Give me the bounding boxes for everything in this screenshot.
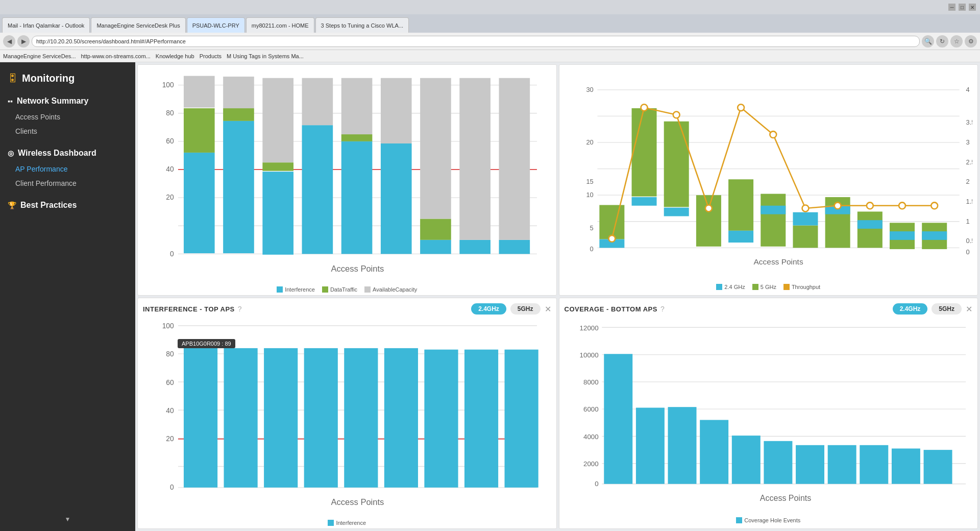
sidebar-item-clients[interactable]: Clients	[0, 124, 135, 138]
svg-text:0: 0	[170, 250, 174, 258]
coverage-svg-container: Number of Coverage Hole Even 12	[565, 318, 973, 514]
wireless-dashboard-label: Wireless Dashboard	[18, 149, 96, 158]
forward-button[interactable]: ▶	[17, 35, 30, 47]
5ghz-label: 5 GHz	[761, 284, 776, 290]
best-practices-link[interactable]: 🏆 Best Practices	[0, 197, 135, 214]
bookmark-2[interactable]: http-www.on-streams.com...	[81, 53, 150, 59]
svg-text:0.5: 0.5	[966, 237, 972, 245]
tab-mail[interactable]: Mail - Irfan Qalamkar - Outlook	[2, 17, 90, 33]
wireless-dashboard-link[interactable]: ◎ Wireless Dashboard	[0, 144, 135, 162]
interference-tooltip: APB10G0R009 : 89	[178, 339, 235, 348]
svg-point-79	[641, 104, 647, 111]
tab-psuad[interactable]: PSUAD-WLC-PRY	[187, 17, 245, 33]
best-practices-label: Best Practices	[20, 201, 77, 210]
network-summary-link[interactable]: ▪▪ Network Summary	[0, 92, 135, 110]
clients-panel: Number of Clients 4 3.5 3 2.5 2 1.5 1 0.…	[559, 64, 978, 296]
clients-chart-area: Number of Clients 4 3.5 3 2.5 2 1.5 1 0.…	[565, 70, 973, 290]
grid-icon: ▪▪	[8, 97, 13, 105]
scroll-down-button[interactable]: ▼	[0, 513, 135, 526]
bookmarks-bar: ManageEngine ServiceDes... http-www.on-s…	[0, 50, 980, 62]
svg-rect-72	[857, 211, 882, 248]
best-practices-section: 🏆 Best Practices	[0, 194, 135, 217]
utilization-svg-container: % Utilization 100 80	[143, 70, 551, 283]
refresh-button[interactable]: ↻	[936, 35, 948, 47]
svg-point-80	[673, 111, 679, 118]
back-button[interactable]: ◀	[3, 35, 15, 47]
coverage-24ghz-button[interactable]: 2.4GHz	[893, 303, 928, 315]
settings-button[interactable]: ⚙	[965, 35, 977, 47]
legend-interference: Interference	[277, 286, 315, 293]
bookmark-5[interactable]: M Using Tags in Systems Ma...	[227, 53, 304, 59]
svg-text:20: 20	[586, 138, 593, 146]
interference-panel: INTERFERENCE - TOP APS ? 2.4GHz 5GHz ✕ A…	[137, 298, 557, 529]
tab-my80211[interactable]: my80211.com - HOME	[246, 17, 314, 33]
svg-rect-33	[499, 78, 530, 240]
svg-rect-65	[728, 231, 753, 243]
interference-help-icon[interactable]: ?	[238, 305, 242, 313]
svg-point-82	[738, 104, 744, 111]
coverage-close-icon[interactable]: ✕	[966, 304, 972, 314]
tab-cisco[interactable]: 3 Steps to Tuning a Cisco WLA...	[315, 17, 409, 33]
maximize-button[interactable]: □	[959, 4, 966, 11]
address-input[interactable]: http://10.20.20.50/screens/dashboard.htm…	[32, 36, 920, 47]
svg-text:1.5: 1.5	[966, 198, 972, 205]
svg-rect-108	[304, 348, 338, 488]
svg-rect-135	[764, 441, 792, 484]
svg-rect-17	[262, 172, 293, 255]
bookmark-4[interactable]: Products	[200, 53, 222, 59]
interference-actions: 2.4GHz 5GHz ✕	[471, 303, 551, 315]
interference-label: Interference	[285, 286, 315, 293]
coverage-header: COVERAGE - BOTTOM APS ? 2.4GHz 5GHz ✕	[565, 303, 973, 315]
bookmark-1[interactable]: ManageEngine ServiceDes...	[3, 53, 76, 59]
svg-rect-57	[599, 205, 624, 239]
svg-text:10000: 10000	[579, 351, 598, 359]
svg-rect-107	[264, 348, 298, 488]
svg-text:0: 0	[590, 245, 593, 253]
sidebar-item-client-performance[interactable]: Client Performance	[0, 176, 135, 190]
svg-rect-67	[761, 206, 786, 214]
interference-5ghz-button[interactable]: 5GHz	[510, 303, 541, 315]
browser-frame: ─ □ ✕ Mail - Irfan Qalamkar - Outlook Ma…	[0, 0, 980, 531]
network-summary-section: ▪▪ Network Summary Access Points Clients	[0, 89, 135, 141]
svg-rect-31	[459, 78, 491, 240]
search-button[interactable]: 🔍	[922, 35, 934, 47]
interference-header: INTERFERENCE - TOP APS ? 2.4GHz 5GHz ✕	[143, 303, 551, 315]
svg-rect-16	[223, 77, 254, 108]
svg-text:40: 40	[166, 407, 174, 415]
svg-rect-139	[891, 448, 920, 484]
svg-rect-73	[857, 220, 882, 229]
star-button[interactable]: ☆	[950, 35, 963, 47]
close-button[interactable]: ✕	[969, 4, 976, 11]
bookmark-3[interactable]: Knowledge hub	[156, 53, 194, 59]
trophy-icon: 🏆	[8, 201, 16, 209]
coverage-help-icon[interactable]: ?	[660, 305, 665, 313]
svg-rect-112	[464, 350, 498, 488]
svg-text:60: 60	[166, 137, 174, 145]
sidebar-item-ap-performance[interactable]: AP Performance	[0, 162, 135, 176]
sidebar-item-access-points[interactable]: Access Points	[0, 110, 135, 124]
svg-rect-28	[420, 219, 451, 239]
svg-rect-140	[923, 450, 952, 484]
interference-24ghz-button[interactable]: 2.4GHz	[471, 303, 506, 315]
svg-text:Access Points: Access Points	[760, 494, 811, 502]
interference-close-icon[interactable]: ✕	[545, 304, 551, 314]
svg-point-81	[705, 205, 712, 212]
coverage-panel: COVERAGE - BOTTOM APS ? 2.4GHz 5GHz ✕ N	[559, 298, 978, 529]
svg-rect-133	[700, 420, 728, 484]
interference-svg-container: APB10G0R009 : 89 % Interference Impact	[143, 318, 551, 517]
svg-text:10: 10	[586, 191, 593, 199]
svg-rect-60	[631, 197, 656, 206]
top-chart-row: % Utilization 100 80	[137, 64, 978, 296]
coverage-5ghz-button[interactable]: 5GHz	[932, 303, 962, 315]
title-bar: ─ □ ✕	[0, 0, 980, 14]
interference-legend: Interference	[143, 520, 551, 526]
svg-text:30: 30	[586, 86, 593, 93]
interference-color	[277, 286, 283, 293]
svg-rect-109	[344, 348, 378, 488]
svg-rect-105	[184, 344, 217, 488]
legend-5ghz: 5 GHz	[752, 284, 776, 290]
24ghz-color	[716, 284, 722, 290]
clients-svg: Number of Clients 4 3.5 3 2.5 2 1.5 1 0.…	[565, 70, 973, 281]
minimize-button[interactable]: ─	[948, 4, 955, 11]
tab-servicedesk[interactable]: ManageEngine ServiceDesk Plus	[91, 17, 185, 33]
